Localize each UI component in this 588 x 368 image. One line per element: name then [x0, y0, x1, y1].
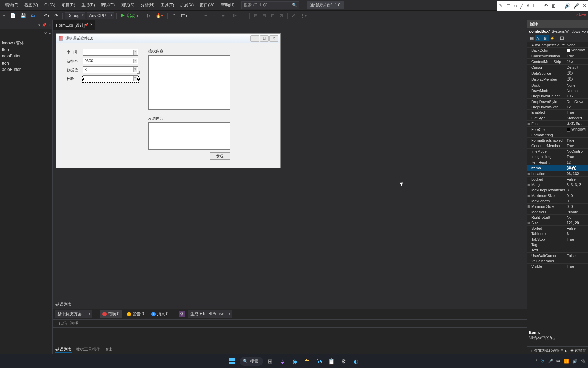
property-row[interactable]: IntegralHeightTrue — [527, 154, 588, 159]
app3-icon[interactable]: ◐ — [351, 356, 361, 366]
property-row[interactable]: Items(集合) — [527, 165, 588, 171]
pin-icon[interactable]: 📌 — [85, 23, 88, 26]
recv-textbox[interactable] — [148, 55, 230, 110]
speaker-icon[interactable]: 🔊 — [564, 3, 570, 9]
menu-extensions[interactable]: 扩展(X) — [177, 1, 196, 9]
property-row[interactable]: BackColorWindow — [527, 48, 588, 53]
close-icon[interactable]: ✕ — [48, 23, 51, 27]
property-row[interactable]: ItemHeight12 — [527, 159, 588, 165]
categorize-icon[interactable]: ▦ — [528, 35, 535, 41]
filter-icon[interactable]: ⚗ — [179, 311, 185, 317]
order-icon[interactable]: ⤢ — [290, 12, 297, 19]
tab-errorlist[interactable]: 错误列表 — [55, 347, 72, 353]
live-share-label[interactable]: ⟐ Live — [576, 12, 586, 16]
property-row[interactable]: DropDownWidth121 — [527, 104, 588, 110]
tab-datatools[interactable]: 数据工具操作 — [76, 347, 100, 353]
tree-item[interactable]: indows 窗体 — [0, 40, 52, 47]
property-row[interactable]: Text — [527, 247, 588, 253]
search-input[interactable]: 搜索 (Ctrl+Q)🔍 — [241, 1, 299, 9]
property-grid[interactable]: AutoCompleteSourceNoneBackColorWindowCau… — [527, 42, 588, 328]
property-row[interactable]: ⊞MaximumSize0, 0 — [527, 193, 588, 198]
trash-icon[interactable]: 🗑 — [551, 3, 556, 9]
battery-icon[interactable]: 🔌 — [581, 359, 586, 364]
menu-test[interactable]: 测试(S) — [118, 1, 137, 9]
size4-icon[interactable]: ⊠ — [278, 12, 285, 19]
property-row[interactable]: ContextMenuStrip(无) — [527, 59, 588, 65]
dist1-icon[interactable]: ⊪ — [231, 12, 239, 19]
close-icon[interactable]: ✕ — [583, 3, 587, 9]
warnings-filter[interactable]: 警告 0 — [125, 310, 146, 318]
property-row[interactable]: CursorDefault — [527, 65, 588, 70]
property-row[interactable]: ⊞Size121, 20 — [527, 220, 588, 226]
redo-icon[interactable]: ↷ — [53, 12, 60, 19]
align3-icon[interactable]: ⫠ — [211, 12, 219, 19]
property-row[interactable]: DropDownStyleDropDown — [527, 99, 588, 104]
start-button[interactable]: ▶ 启动 ▾ — [119, 12, 141, 20]
new-icon[interactable]: 📄 — [9, 12, 17, 19]
tree-item[interactable]: tton — [0, 60, 52, 66]
menu-git[interactable]: Git(G) — [42, 2, 58, 9]
app-icon[interactable]: 📋 — [326, 356, 337, 366]
property-row[interactable]: TabStopTrue — [527, 236, 588, 242]
dist2-icon[interactable]: ⊫ — [240, 12, 247, 19]
property-row[interactable]: ⊞Margin3, 3, 3, 3 — [527, 182, 588, 187]
property-row[interactable]: DisplayMember(无) — [527, 76, 588, 82]
ruler-icon[interactable]: ⟀ — [533, 3, 536, 9]
dropdown-icon[interactable]: ▾ — [49, 31, 51, 36]
maximize-icon[interactable]: ☐ — [260, 35, 269, 42]
property-row[interactable]: LockedFalse — [527, 177, 588, 182]
selected-object[interactable]: comboBox4 System.Windows.Forms. — [527, 28, 588, 34]
wifi-icon[interactable]: 📶 — [564, 359, 569, 364]
parity-combo[interactable] — [83, 75, 138, 82]
pin-icon[interactable]: 📌 — [42, 23, 47, 27]
property-row[interactable]: MaxDropDownItems8 — [527, 187, 588, 193]
property-row[interactable]: RightToLeftNo — [527, 215, 588, 220]
add-source-control[interactable]: ↑ 添加到源代码管理 ▴ — [530, 348, 567, 353]
tab-form1[interactable]: Form1.cs [设计]* 📌 ✕ — [53, 20, 95, 30]
baud-combo[interactable]: 9600 — [83, 58, 138, 64]
size3-icon[interactable]: ⊡ — [269, 12, 276, 19]
property-row[interactable]: GenerateMemberTrue — [527, 143, 588, 149]
back-icon[interactable]: ▾ — [1, 12, 7, 19]
property-row[interactable]: ⊞Location96, 132 — [527, 171, 588, 177]
property-row[interactable]: UseWaitCursorFalse — [527, 253, 588, 258]
chevron-up-icon[interactable]: ^ — [536, 359, 538, 364]
property-row[interactable]: ImeModeNoControl — [527, 149, 588, 154]
property-row[interactable]: ModifiersPrivate — [527, 209, 588, 215]
taskbar-search[interactable]: 🔍 搜索 — [240, 357, 263, 366]
property-row[interactable]: ⊞Font宋体, 9pt — [527, 121, 588, 127]
errors-filter[interactable]: 错误 0 — [100, 310, 122, 318]
saveall-icon[interactable]: 🗂 — [29, 12, 37, 19]
menu-debug[interactable]: 调试(D) — [98, 1, 118, 9]
close-icon[interactable]: ✕ — [270, 35, 278, 42]
dropdown-icon[interactable]: ▾ — [38, 23, 40, 27]
tree-item[interactable]: adioButton — [0, 53, 52, 59]
size1-icon[interactable]: ⊞ — [252, 12, 259, 19]
property-row[interactable]: DockNone — [527, 82, 588, 88]
send-textbox[interactable] — [148, 122, 230, 150]
build-combo[interactable]: 生成 + IntelliSense — [188, 310, 232, 318]
mic-icon[interactable]: 🎤 — [548, 359, 553, 364]
form-window[interactable]: 通信调试软件1.0 — ☐ ✕ 串口号 波特率9600 数据位8 校验 — [56, 33, 281, 168]
align4-icon[interactable]: ≡ — [220, 12, 226, 19]
browse-icon[interactable]: 🗀 — [170, 12, 178, 19]
property-row[interactable]: SortedFalse — [527, 226, 588, 231]
save-icon[interactable]: 💾 — [19, 12, 28, 19]
menu-build[interactable]: 生成(B) — [79, 1, 98, 9]
column-headers[interactable]: 代码 说明 项目 — [53, 320, 588, 328]
undo-icon[interactable]: ↶ — [544, 3, 548, 9]
menu-tools[interactable]: 工具(T) — [158, 1, 177, 9]
pencil-icon[interactable]: ✎ — [499, 3, 503, 9]
scope-combo[interactable]: 整个解决方案 — [55, 310, 92, 318]
prop-pages-icon[interactable]: 🗔 — [558, 35, 565, 41]
property-row[interactable]: FormatString — [527, 132, 588, 138]
messages-filter[interactable]: i消息 0 — [149, 310, 171, 318]
property-row[interactable]: VisibleTrue — [527, 264, 588, 269]
config-combo[interactable]: Debug — [65, 12, 85, 19]
property-row[interactable]: ValueMember — [527, 258, 588, 264]
platform-combo[interactable]: Any CPU — [87, 12, 114, 19]
mic-off-icon[interactable]: 🎤 — [573, 3, 579, 9]
vs-icon[interactable]: ⬙ — [277, 356, 288, 366]
app2-icon[interactable]: ⚙ — [339, 356, 349, 366]
store-icon[interactable]: 🛍 — [314, 356, 324, 366]
